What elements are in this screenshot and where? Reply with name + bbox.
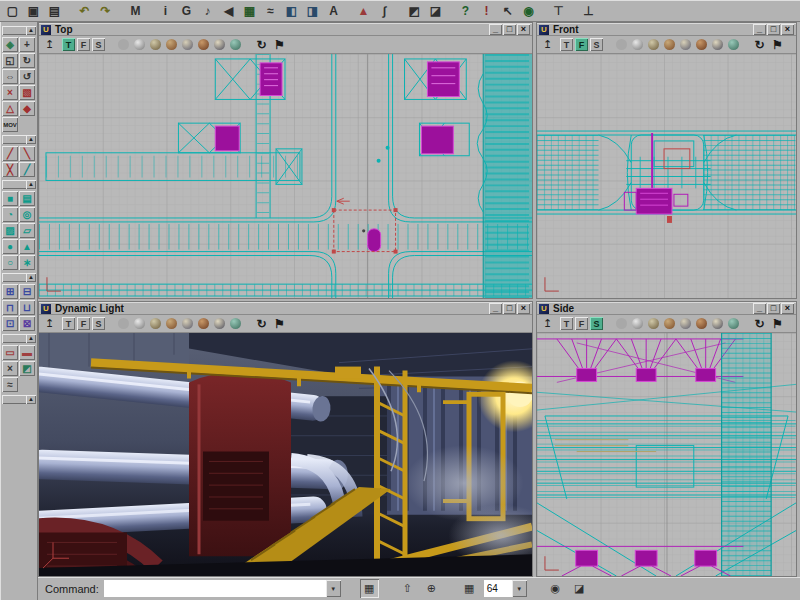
csg-subtract-icon[interactable]: ⊟ [19, 284, 35, 299]
side-axis-button[interactable]: S [590, 317, 603, 330]
side-axis-button[interactable]: S [92, 38, 105, 51]
actor-properties-icon[interactable]: i [156, 2, 175, 20]
realtime-preview-icon[interactable]: ↻ [751, 37, 768, 52]
collapse-arrow-icon[interactable]: ▲ [26, 395, 36, 404]
textured-mode-icon[interactable] [694, 38, 708, 52]
command-input[interactable] [104, 580, 326, 597]
wireframe-mode-icon[interactable] [132, 317, 146, 331]
collapse-arrow-icon[interactable]: ▲ [26, 334, 36, 343]
actor-flag-icon[interactable]: ⚑ [769, 316, 786, 331]
lighting-mode-icon[interactable] [180, 317, 194, 331]
minimize-button[interactable]: _ [753, 303, 766, 314]
top-view-canvas[interactable] [39, 53, 532, 298]
front-axis-button[interactable]: F [77, 317, 90, 330]
zone-mode-icon[interactable] [726, 317, 740, 331]
textured-mode-icon[interactable] [196, 317, 210, 331]
polys-mode-icon[interactable] [662, 317, 676, 331]
zone-portal-mode-icon[interactable] [148, 317, 162, 331]
dynamic-light-mode-icon[interactable] [710, 317, 724, 331]
cone-brush-icon[interactable]: ▲ [19, 239, 35, 254]
front-axis-button[interactable]: F [575, 38, 588, 51]
viewport-options-icon[interactable] [116, 317, 130, 331]
show-selected-icon[interactable]: ▭ [2, 345, 18, 360]
viewport-titlebar[interactable]: U Top _ □ × [39, 23, 532, 36]
shape-editor-icon[interactable]: ∫ [375, 2, 394, 20]
polys-mode-icon[interactable] [164, 317, 178, 331]
maximize-button[interactable]: □ [503, 24, 516, 35]
top-axis-button[interactable]: T [560, 317, 573, 330]
vertex-snap-icon[interactable]: ◩ [405, 2, 424, 20]
select-cursor-icon[interactable]: ↖ [498, 2, 517, 20]
wireframe-mode-icon[interactable] [630, 317, 644, 331]
viewport-options-icon[interactable] [614, 38, 628, 52]
camera-speed-button[interactable]: ◪ [570, 579, 589, 598]
grid-size-value[interactable]: 64 [484, 580, 512, 597]
side-view-canvas[interactable] [537, 332, 796, 576]
prefab-browser-icon[interactable]: ◨ [303, 2, 322, 20]
viewport-titlebar[interactable]: U Side _ □ × [537, 302, 796, 315]
realtime-preview-icon[interactable]: ↻ [253, 37, 270, 52]
texture-rotate-icon[interactable]: ↺ [19, 69, 35, 84]
close-button[interactable]: × [517, 24, 530, 35]
clip-flip-icon[interactable]: ╳ [2, 162, 18, 177]
align-selection-icon[interactable]: ⊤ [549, 2, 568, 20]
close-button[interactable]: × [781, 303, 794, 314]
music-browser-icon[interactable]: ♪ [198, 2, 217, 20]
textured-mode-icon[interactable] [694, 317, 708, 331]
align-tool-icon[interactable]: ≈ [2, 377, 18, 392]
search-actors-icon[interactable]: M [126, 2, 145, 20]
texture-browser-icon[interactable]: ▦ [240, 2, 259, 20]
viewport-options-icon[interactable] [614, 317, 628, 331]
actor-flag-icon[interactable]: ⚑ [271, 316, 288, 331]
zone-portal-mode-icon[interactable] [646, 317, 660, 331]
top-axis-button[interactable]: T [560, 38, 573, 51]
lighting-mode-icon[interactable] [180, 38, 194, 52]
grid-size-icon[interactable]: ▦ [460, 579, 479, 598]
csg-add-icon[interactable]: ⊞ [2, 284, 18, 299]
polygon-marker-icon[interactable]: ▧ [19, 85, 35, 100]
front-view-canvas[interactable] [537, 53, 796, 298]
zone-portal-mode-icon[interactable] [148, 38, 162, 52]
hide-selected-icon[interactable]: ▬ [19, 345, 35, 360]
deselect-all-icon[interactable]: × [2, 361, 18, 376]
minimize-button[interactable]: _ [489, 303, 502, 314]
clip-split-icon[interactable]: ╱ [19, 162, 35, 177]
viewport-joystick-icon[interactable]: ↥ [540, 316, 555, 331]
texture-pan-icon[interactable]: ⇔ [2, 69, 18, 84]
clip-edit-icon[interactable]: ╲ [19, 146, 35, 161]
front-axis-button[interactable]: F [575, 317, 588, 330]
viewport-titlebar[interactable]: U Dynamic Light _ □ × [39, 302, 532, 315]
camera-movement-icon[interactable]: ◈ [2, 37, 18, 52]
viewport-joystick-icon[interactable]: ↥ [42, 316, 57, 331]
close-button[interactable]: × [517, 303, 530, 314]
freehand-polygon-icon[interactable]: △ [2, 101, 18, 116]
dynamic-light-mode-icon[interactable] [710, 38, 724, 52]
face-drag-icon[interactable]: ◆ [19, 101, 35, 116]
csg-intersect-icon[interactable]: ⊓ [2, 300, 18, 315]
play-map-icon[interactable]: ⊥ [579, 2, 598, 20]
class-browser-icon[interactable]: A [324, 2, 343, 20]
build-geometry-icon[interactable]: ▲ [354, 2, 373, 20]
zone-portal-mode-icon[interactable] [646, 38, 660, 52]
terrain-brush-icon[interactable]: ▨ [2, 223, 18, 238]
collapse-arrow-icon[interactable]: ▲ [26, 26, 36, 35]
perspective-3d-canvas[interactable] [39, 332, 532, 576]
top-axis-button[interactable]: T [62, 38, 75, 51]
sphere-brush-icon[interactable]: ○ [2, 255, 18, 270]
cube-brush-icon[interactable]: ■ [2, 191, 18, 206]
dynamic-light-mode-icon[interactable] [212, 38, 226, 52]
open-map-icon[interactable]: ▣ [24, 2, 43, 20]
rotation-grid-button[interactable]: ◉ [546, 579, 565, 598]
actor-flag-icon[interactable]: ⚑ [769, 37, 786, 52]
lighting-mode-icon[interactable] [678, 317, 692, 331]
maximize-button[interactable]: □ [767, 24, 780, 35]
front-axis-button[interactable]: F [77, 38, 90, 51]
help-icon[interactable]: ? [456, 2, 475, 20]
minimize-button[interactable]: _ [753, 24, 766, 35]
polys-mode-icon[interactable] [662, 38, 676, 52]
actor-flag-icon[interactable]: ⚑ [271, 37, 288, 52]
viewport-options-icon[interactable] [116, 38, 130, 52]
clip-add-icon[interactable]: ╱ [2, 146, 18, 161]
collapse-arrow-icon[interactable]: ▲ [26, 273, 36, 282]
side-axis-button[interactable]: S [590, 38, 603, 51]
